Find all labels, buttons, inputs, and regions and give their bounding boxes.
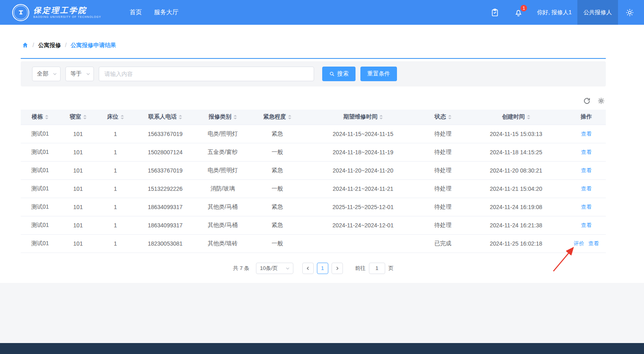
view-link[interactable]: 查看 bbox=[588, 240, 599, 246]
view-link[interactable]: 查看 bbox=[581, 186, 592, 192]
cell-building: 测试01 bbox=[21, 216, 59, 234]
filter-operator-select[interactable]: 等于 bbox=[65, 67, 94, 81]
evaluate-link[interactable]: 评价 bbox=[574, 240, 584, 246]
column-header-phone[interactable]: 联系人电话 bbox=[134, 110, 196, 125]
column-label: 状态 bbox=[435, 113, 446, 120]
breadcrumb-item-apartment-repair[interactable]: 公寓报修 bbox=[38, 41, 61, 49]
view-link[interactable]: 查看 bbox=[581, 167, 592, 173]
cell-created: 2024-11-18 14:15:25 bbox=[465, 143, 567, 161]
filter-keyword-input[interactable] bbox=[99, 67, 314, 81]
cell-created: 2024-11-21 15:04:20 bbox=[465, 179, 567, 198]
refresh-icon[interactable] bbox=[583, 97, 591, 105]
nav-service-hall[interactable]: 服务大厅 bbox=[154, 9, 178, 16]
university-emblem-icon bbox=[12, 4, 29, 21]
clipboard-icon[interactable] bbox=[490, 8, 499, 17]
column-header-bed[interactable]: 床位 bbox=[97, 110, 134, 125]
search-button[interactable]: 搜索 bbox=[322, 67, 356, 81]
cell-building: 测试01 bbox=[21, 234, 59, 253]
cell-urgency: 一般 bbox=[249, 234, 306, 253]
filter-bar: 全部 等于 搜索 重置条件 bbox=[21, 61, 606, 86]
filter-field-select[interactable]: 全部 bbox=[32, 67, 61, 81]
column-label: 操作 bbox=[581, 113, 592, 120]
column-header-category[interactable]: 报修类别 bbox=[196, 110, 249, 125]
column-header-building[interactable]: 楼栋 bbox=[21, 110, 59, 125]
cell-phone: 15028007124 bbox=[134, 143, 196, 161]
sort-icon[interactable] bbox=[379, 115, 383, 119]
cell-room: 101 bbox=[59, 216, 97, 234]
cell-phone: 15633767019 bbox=[134, 125, 196, 143]
bell-icon[interactable]: 1 bbox=[514, 8, 523, 17]
cell-status: 待处理 bbox=[421, 161, 465, 179]
search-button-label: 搜索 bbox=[337, 70, 349, 78]
view-link[interactable]: 查看 bbox=[581, 149, 592, 155]
cell-building: 测试01 bbox=[21, 143, 59, 161]
table-row: 测试01101115028007124五金类/窗纱一般2024-11-18~20… bbox=[21, 143, 606, 161]
role-badge[interactable]: 公共报修人 bbox=[577, 0, 618, 25]
cell-urgency: 紧急 bbox=[249, 216, 306, 234]
reset-button-label: 重置条件 bbox=[367, 70, 390, 78]
sort-icon[interactable] bbox=[121, 115, 124, 119]
cell-urgency: 紧急 bbox=[249, 125, 306, 143]
page-size-select[interactable]: 10条/页 bbox=[256, 263, 293, 274]
view-link[interactable]: 查看 bbox=[581, 222, 592, 228]
next-page-button[interactable] bbox=[332, 263, 343, 274]
cell-expected: 2024-11-21~2024-11-21 bbox=[306, 179, 421, 198]
column-header-created[interactable]: 创建时间 bbox=[465, 110, 567, 125]
prev-page-button[interactable] bbox=[302, 263, 314, 274]
sort-icon[interactable] bbox=[448, 115, 451, 119]
table-toolbar bbox=[21, 97, 605, 105]
nav-home[interactable]: 首页 bbox=[130, 9, 142, 16]
cell-urgency: 一般 bbox=[249, 143, 306, 161]
pagination: 共 7 条 10条/页 1 前往 页 bbox=[21, 263, 606, 274]
total-count: 共 7 条 bbox=[233, 265, 249, 272]
cell-room: 101 bbox=[59, 125, 97, 143]
column-settings-gear-icon[interactable] bbox=[597, 97, 605, 105]
cell-bed: 1 bbox=[97, 179, 134, 198]
column-label: 联系人电话 bbox=[148, 113, 177, 120]
cell-room: 101 bbox=[59, 234, 97, 253]
column-label: 楼栋 bbox=[32, 113, 43, 120]
page-size-value: 10条/页 bbox=[260, 265, 278, 272]
goto-page-input[interactable] bbox=[369, 263, 385, 274]
chevron-down-icon bbox=[285, 266, 290, 271]
background-filler bbox=[0, 283, 644, 343]
home-icon[interactable] bbox=[22, 42, 28, 48]
sort-icon[interactable] bbox=[288, 115, 291, 119]
table-row: 测试01101118634099317其他类/马桶紧急2025-11-25~20… bbox=[21, 198, 606, 216]
logo[interactable]: 保定理工学院 BAODING UNIVERSITY OF TECHNOLOGY bbox=[12, 4, 101, 21]
column-label: 期望维修时间 bbox=[343, 113, 377, 120]
view-link[interactable]: 查看 bbox=[581, 131, 592, 137]
main-content: / 公寓报修 / 公寓报修申请结果 全部 等于 搜索 重置条件 bbox=[0, 25, 644, 283]
top-nav: 首页 服务大厅 bbox=[130, 9, 178, 16]
sort-icon[interactable] bbox=[45, 115, 48, 119]
cell-building: 测试01 bbox=[21, 198, 59, 216]
page: 保定理工学院 BAODING UNIVERSITY OF TECHNOLOGY … bbox=[0, 0, 644, 354]
cell-urgency: 紧急 bbox=[249, 161, 306, 179]
table-row: 测试01101115633767019电类/照明灯紧急2024-11-15~20… bbox=[21, 125, 606, 143]
sort-icon[interactable] bbox=[179, 115, 182, 119]
table-row: 测试01101115633767019电类/照明灯紧急2024-11-20~20… bbox=[21, 161, 606, 179]
cell-building: 测试01 bbox=[21, 179, 59, 198]
cell-created: 2024-11-20 08:30:21 bbox=[465, 161, 567, 179]
gear-icon[interactable] bbox=[625, 8, 634, 17]
sort-icon[interactable] bbox=[83, 115, 87, 119]
column-header-room[interactable]: 寝室 bbox=[59, 110, 97, 125]
sort-icon[interactable] bbox=[527, 115, 530, 119]
column-header-status[interactable]: 状态 bbox=[421, 110, 465, 125]
filter-operator-value: 等于 bbox=[70, 70, 82, 78]
page-number-button[interactable]: 1 bbox=[317, 263, 328, 274]
cell-created: 2024-11-24 16:21:38 bbox=[465, 216, 567, 234]
column-header-expected[interactable]: 期望维修时间 bbox=[306, 110, 421, 125]
cell-phone: 18230053081 bbox=[134, 234, 196, 253]
breadcrumb-item-repair-results[interactable]: 公寓报修申请结果 bbox=[71, 41, 116, 49]
view-link[interactable]: 查看 bbox=[581, 204, 592, 210]
page-suffix-label: 页 bbox=[388, 265, 394, 272]
reset-conditions-button[interactable]: 重置条件 bbox=[360, 67, 397, 81]
cell-created: 2024-11-25 16:02:18 bbox=[465, 234, 567, 253]
cell-category: 其他类/墙砖 bbox=[196, 234, 249, 253]
notification-badge: 1 bbox=[520, 5, 527, 11]
column-header-urgency[interactable]: 紧急程度 bbox=[249, 110, 306, 125]
cell-expected: 2025-11-25~2025-12-01 bbox=[306, 198, 421, 216]
cell-status: 待处理 bbox=[421, 143, 465, 161]
sort-icon[interactable] bbox=[234, 115, 237, 119]
